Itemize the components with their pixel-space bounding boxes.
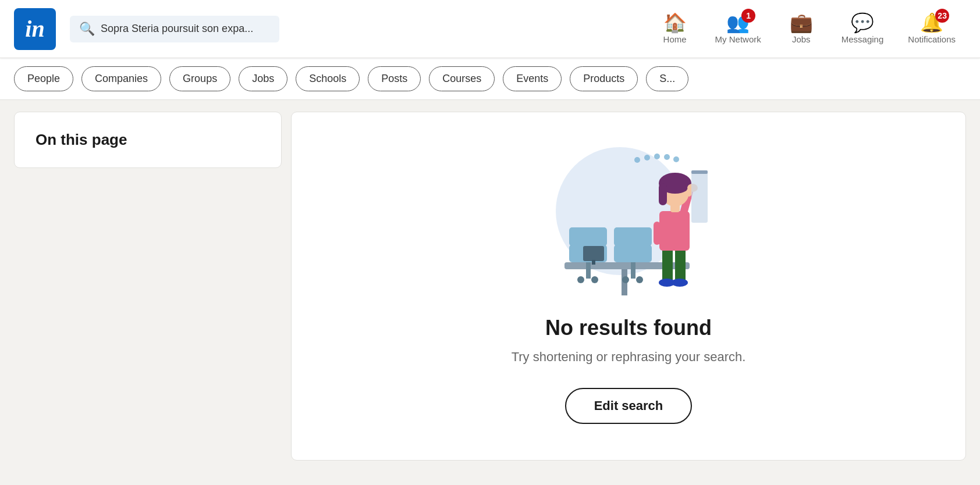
svg-point-5 (673, 156, 679, 162)
svg-point-23 (672, 279, 688, 287)
home-icon: 🏠 (663, 12, 687, 33)
svg-rect-26 (654, 222, 661, 245)
messaging-icon: 💬 (851, 12, 874, 33)
header-left: in 🔍 Sopra Steria poursuit son expa... (14, 8, 279, 50)
svg-rect-10 (586, 262, 591, 279)
sidebar: On this page (14, 112, 282, 461)
filter-events[interactable]: Events (503, 66, 562, 91)
nav-messaging-label: Messaging (841, 34, 884, 44)
svg-point-17 (636, 276, 643, 283)
search-icon: 🔍 (79, 22, 95, 37)
filter-schools[interactable]: Schools (296, 66, 360, 91)
main-content: On this page (0, 100, 980, 472)
svg-point-2 (644, 155, 650, 161)
filter-groups[interactable]: Groups (169, 66, 230, 91)
edit-search-button[interactable]: Edit search (565, 388, 693, 424)
filter-jobs[interactable]: Jobs (239, 66, 287, 91)
linkedin-logo[interactable]: in (14, 8, 56, 50)
svg-point-11 (577, 276, 584, 283)
filter-posts[interactable]: Posts (368, 66, 421, 91)
linkedin-logo-text: in (25, 17, 44, 41)
jobs-icon: 💼 (790, 12, 813, 33)
svg-point-12 (591, 276, 598, 283)
svg-rect-30 (659, 183, 667, 205)
sidebar-title: On this page (35, 131, 260, 149)
nav-messaging[interactable]: 💬 Messaging (831, 9, 894, 49)
nav-my-network-label: My Network (715, 34, 761, 44)
svg-rect-19 (592, 260, 595, 265)
illustration-svg (547, 135, 710, 304)
svg-point-16 (622, 276, 629, 283)
svg-rect-21 (675, 249, 686, 281)
my-network-badge: 1 (741, 9, 755, 23)
no-results-illustration (547, 135, 710, 304)
messaging-icon-wrap: 💬 (851, 13, 874, 32)
filter-services[interactable]: S... (646, 66, 688, 91)
svg-rect-9 (569, 227, 607, 246)
main-nav: 🏠 Home 👥 1 My Network 💼 Jobs 💬 Messaging (649, 9, 966, 49)
svg-rect-15 (631, 262, 635, 279)
nav-notifications[interactable]: 🔔 23 Notifications (897, 9, 966, 49)
my-network-icon-wrap: 👥 1 (726, 13, 750, 32)
svg-point-4 (664, 154, 670, 160)
svg-rect-14 (614, 227, 652, 246)
filter-courses[interactable]: Courses (429, 66, 495, 91)
nav-home-label: Home (663, 34, 687, 44)
search-bar[interactable]: 🔍 Sopra Steria poursuit son expa... (70, 16, 279, 42)
no-results-subtitle: Try shortening or rephrasing your search… (512, 350, 746, 365)
svg-rect-13 (614, 245, 652, 262)
svg-rect-18 (583, 246, 604, 261)
results-panel: No results found Try shortening or rephr… (291, 112, 966, 461)
svg-point-1 (634, 157, 640, 163)
svg-point-3 (654, 154, 660, 159)
nav-jobs[interactable]: 💼 Jobs (775, 9, 828, 49)
svg-rect-33 (691, 170, 708, 223)
jobs-icon-wrap: 💼 (790, 13, 813, 32)
nav-my-network[interactable]: 👥 1 My Network (705, 9, 772, 49)
filter-people[interactable]: People (14, 66, 73, 91)
home-icon-wrap: 🏠 (663, 13, 687, 32)
notifications-icon-wrap: 🔔 23 (920, 13, 943, 32)
header: in 🔍 Sopra Steria poursuit son expa... 🏠… (0, 0, 980, 58)
notifications-badge: 23 (935, 9, 949, 23)
search-input-value: Sopra Steria poursuit son expa... (101, 23, 253, 35)
filter-bar: People Companies Groups Jobs Schools Pos… (0, 58, 980, 100)
svg-rect-34 (691, 170, 708, 174)
svg-rect-20 (662, 249, 673, 281)
nav-jobs-label: Jobs (792, 34, 811, 44)
filter-products[interactable]: Products (570, 66, 638, 91)
filter-companies[interactable]: Companies (81, 66, 161, 91)
nav-notifications-label: Notifications (908, 34, 956, 44)
no-results-title: No results found (545, 316, 712, 340)
nav-home[interactable]: 🏠 Home (649, 9, 701, 49)
sidebar-card: On this page (14, 112, 282, 168)
